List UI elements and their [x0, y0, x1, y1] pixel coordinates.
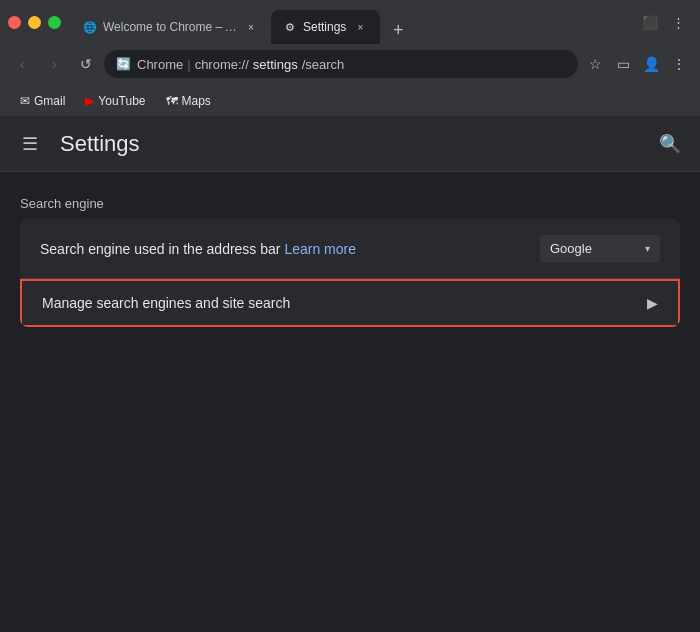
address-separator: | [187, 57, 190, 72]
menu-dots-icon[interactable]: ⋮ [664, 8, 692, 36]
bookmark-maps[interactable]: 🗺 Maps [158, 90, 219, 112]
maps-favicon: 🗺 [166, 94, 178, 108]
settings-content: Search engine Search engine used in the … [0, 172, 700, 632]
back-button[interactable]: ‹ [8, 50, 36, 78]
bookmark-gmail-label: Gmail [34, 94, 65, 108]
bookmarks-bar: ✉ Gmail ▶ YouTube 🗺 Maps [0, 84, 700, 116]
site-security-icon: 🔄 [116, 57, 131, 71]
title-bar: 🌐 Welcome to Chrome – Add boo × ⚙ Settin… [0, 0, 700, 44]
tab-close-welcome[interactable]: × [243, 19, 259, 35]
settings-search-icon[interactable]: 🔍 [656, 130, 684, 158]
address-actions: ☆ ▭ 👤 ⋮ [582, 51, 692, 77]
tab-settings[interactable]: ⚙ Settings × [271, 10, 380, 44]
cast-icon[interactable]: ▭ [610, 51, 636, 77]
tab-favicon-welcome: 🌐 [83, 20, 97, 34]
address-slash: /search [302, 57, 345, 72]
close-button[interactable] [8, 16, 21, 29]
bookmark-icon[interactable]: ☆ [582, 51, 608, 77]
settings-header: ☰ Settings 🔍 [0, 116, 700, 172]
tabs-area: 🌐 Welcome to Chrome – Add boo × ⚙ Settin… [71, 0, 636, 44]
address-bar-search-text: Search engine used in the address bar [40, 241, 281, 257]
search-engine-dropdown[interactable]: Google ▾ [540, 235, 660, 262]
address-bar-search-row: Search engine used in the address bar Le… [20, 219, 680, 279]
search-engine-card: Search engine used in the address bar Le… [20, 219, 680, 327]
chevron-right-icon: ▶ [647, 295, 658, 311]
tab-title-settings: Settings [303, 20, 346, 34]
settings-menu-icon[interactable]: ☰ [16, 130, 44, 158]
address-text: Chrome | chrome://settings/search [137, 57, 344, 72]
title-bar-actions: ⬛ ⋮ [636, 8, 692, 36]
address-path: settings [253, 57, 298, 72]
profile-icon[interactable]: 👤 [638, 51, 664, 77]
tab-welcome[interactable]: 🌐 Welcome to Chrome – Add boo × [71, 10, 271, 44]
chrome-menu-icon[interactable]: ⋮ [666, 51, 692, 77]
chevron-down-icon: ▾ [645, 243, 650, 254]
address-domain: Chrome [137, 57, 183, 72]
minimize-button[interactable] [28, 16, 41, 29]
new-tab-button[interactable]: + [384, 16, 412, 44]
tab-favicon-settings: ⚙ [283, 20, 297, 34]
dropdown-selected-value: Google [550, 241, 592, 256]
maximize-button[interactable] [48, 16, 61, 29]
address-scheme: chrome:// [195, 57, 249, 72]
bookmark-youtube-label: YouTube [98, 94, 145, 108]
tab-title-welcome: Welcome to Chrome – Add boo [103, 20, 237, 34]
address-bar-search-label: Search engine used in the address bar Le… [40, 241, 540, 257]
learn-more-link[interactable]: Learn more [284, 241, 356, 257]
tab-close-settings[interactable]: × [352, 19, 368, 35]
manage-search-engines-row[interactable]: Manage search engines and site search ▶ [20, 279, 680, 327]
search-engine-section-label: Search engine [20, 196, 680, 211]
bookmark-youtube[interactable]: ▶ YouTube [77, 90, 153, 112]
refresh-button[interactable]: ↺ [72, 50, 100, 78]
manage-search-engines-label: Manage search engines and site search [42, 295, 647, 311]
address-bar[interactable]: 🔄 Chrome | chrome://settings/search [104, 50, 578, 78]
youtube-favicon: ▶ [85, 94, 94, 108]
address-bar-row: ‹ › ↺ 🔄 Chrome | chrome://settings/searc… [0, 44, 700, 84]
gmail-favicon: ✉ [20, 94, 30, 108]
bookmark-gmail[interactable]: ✉ Gmail [12, 90, 73, 112]
forward-button[interactable]: › [40, 50, 68, 78]
window-controls [8, 16, 61, 29]
settings-title: Settings [60, 131, 140, 157]
resize-icon: ⬛ [636, 8, 664, 36]
bookmark-maps-label: Maps [182, 94, 211, 108]
